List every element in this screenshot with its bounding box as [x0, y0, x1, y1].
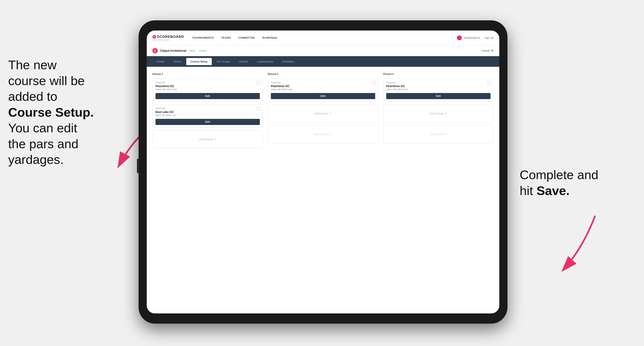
top-nav-right: blair@clippd.io | Sign out: [457, 35, 494, 40]
tab-details[interactable]: Details: [152, 58, 169, 65]
round3-add-course-label: Add Course: [430, 112, 444, 115]
round1-course-a-delete[interactable]: ⬚: [256, 81, 261, 85]
round2-plus-disabled-icon: +: [330, 132, 332, 136]
round1-add-course[interactable]: Add Course +: [152, 130, 263, 148]
round-1-column: Round 1 ⬚ (Course A) Peachtree GC Yellow…: [152, 72, 263, 151]
round3-add-course-active[interactable]: Add Course +: [383, 104, 494, 123]
round2-add-course-disabled: Add Course +: [268, 125, 378, 143]
round3-plus-icon: +: [445, 112, 447, 115]
main-content: Round 1 ⬚ (Course A) Peachtree GC Yellow…: [147, 67, 499, 314]
tab-results[interactable]: Results: [235, 58, 252, 65]
round3-course-a-name: Peachtree GC: [386, 84, 490, 88]
round1-course-b-card: ⬚ (Course B) East Lake GC Black (M) (689…: [152, 104, 263, 128]
top-nav-links: TOURNAMENTS TEAMS COMMITTEE RANKINGS: [192, 35, 457, 40]
round2-course-a-delete[interactable]: ⬚: [372, 81, 376, 85]
round1-course-a-badge: (Course A): [156, 81, 260, 84]
annotation-right: Complete and hit Save.: [520, 167, 607, 198]
round3-add-course-disabled: Add Course +: [383, 125, 494, 143]
round1-course-b-edit[interactable]: Edit: [156, 119, 260, 125]
round2-add-course-label: Add Course: [314, 112, 328, 115]
round1-course-b-name: East Lake GC: [156, 110, 260, 114]
round1-course-a-details: Yellow (M) (6629 yds): [156, 88, 260, 91]
round2-course-a-name: Peachtree GC: [271, 84, 375, 88]
tournament-name: Clippd Invitational: [160, 49, 186, 52]
rounds-grid: Round 1 ⬚ (Course A) Peachtree GC Yellow…: [152, 72, 494, 151]
hosting-badge: Hosting: [199, 49, 207, 52]
round3-course-a-delete[interactable]: ⬚: [487, 81, 491, 85]
user-avatar: [457, 35, 462, 40]
tablet-shell: C SCOREBOARD Powered by clippd TOURNAMEN…: [138, 20, 508, 324]
nav-rankings[interactable]: RANKINGS: [262, 35, 277, 40]
tab-bar: Details Teams Course Setup Tee Groups Re…: [147, 56, 499, 67]
nav-teams[interactable]: TEAMS: [221, 35, 231, 40]
sign-out-link[interactable]: Sign out: [485, 36, 494, 39]
round2-course-a-edit[interactable]: Edit: [271, 93, 375, 99]
tab-tee-groups[interactable]: Tee Groups: [212, 58, 234, 65]
round2-course-a-details: Yellow (M) (6629 yds): [271, 88, 375, 91]
round-1-label: Round 1: [152, 72, 263, 75]
round2-add-course-disabled-label: Add Course: [314, 133, 328, 136]
round3-course-a-details: Yellow (M) (6629 yds): [386, 88, 490, 91]
top-nav: C SCOREBOARD Powered by clippd TOURNAMEN…: [147, 30, 499, 45]
round2-plus-icon: +: [330, 112, 332, 115]
sub-nav: C Clippd Invitational (Men) Hosting Canc…: [147, 45, 499, 56]
tab-course-setup[interactable]: Course Setup: [186, 58, 212, 65]
round1-course-b-delete[interactable]: ⬚: [256, 106, 261, 111]
tab-leaderboards[interactable]: Leaderboards: [253, 58, 277, 65]
round1-course-a-edit[interactable]: Edit: [156, 93, 260, 99]
round1-course-a-name: Peachtree GC: [156, 84, 260, 88]
cancel-button[interactable]: Cancel ✕: [482, 49, 494, 52]
user-email: blair@clippd.io: [464, 36, 480, 39]
round-2-label: Round 2: [268, 72, 378, 75]
nav-tournaments[interactable]: TOURNAMENTS: [192, 35, 214, 40]
round2-add-course-active[interactable]: Add Course +: [268, 104, 378, 123]
round-3-label: Round 3: [383, 72, 494, 75]
round3-plus-disabled-icon: +: [445, 132, 447, 136]
side-button: [137, 159, 139, 173]
round1-add-course-label: Add Course: [199, 138, 213, 141]
arrow-right-icon: [526, 212, 603, 281]
round3-course-a-card: ⬚ (Course A) Peachtree GC Yellow (M) (66…: [383, 78, 494, 102]
nav-committee[interactable]: COMMITTEE: [238, 35, 255, 40]
round3-course-a-badge: (Course A): [386, 81, 490, 84]
round1-course-a-card: ⬚ (Course A) Peachtree GC Yellow (M) (66…: [152, 78, 263, 102]
tablet-screen: C SCOREBOARD Powered by clippd TOURNAMEN…: [147, 30, 499, 314]
tab-printables[interactable]: Printables: [278, 58, 298, 65]
round-2-column: Round 2 ⬚ (Course A) Peachtree GC Yellow…: [268, 72, 378, 151]
round1-plus-icon: +: [214, 137, 216, 141]
logo-c-icon: C: [152, 35, 156, 39]
round1-course-b-badge: (Course B): [156, 107, 260, 110]
tournament-gender: (Men): [190, 49, 196, 52]
logo-title: SCOREBOARD: [157, 35, 184, 39]
tab-teams[interactable]: Teams: [170, 58, 186, 65]
logo-subtitle: Powered by clippd: [152, 39, 184, 41]
sub-nav-left: C Clippd Invitational (Men) Hosting: [152, 48, 207, 53]
round3-add-course-disabled-label: Add Course: [430, 133, 444, 136]
round-3-column: Round 3 ⬚ (Course A) Peachtree GC Yellow…: [383, 72, 494, 151]
scoreboard-logo: C SCOREBOARD Powered by clippd: [152, 35, 184, 41]
round2-course-a-badge: (Course A): [271, 81, 375, 84]
tournament-logo: C: [152, 48, 158, 53]
round3-course-a-edit[interactable]: Edit: [386, 93, 490, 99]
round1-course-b-details: Black (M) (6891 yds): [156, 114, 260, 116]
round2-course-a-card: ⬚ (Course A) Peachtree GC Yellow (M) (66…: [268, 78, 378, 102]
